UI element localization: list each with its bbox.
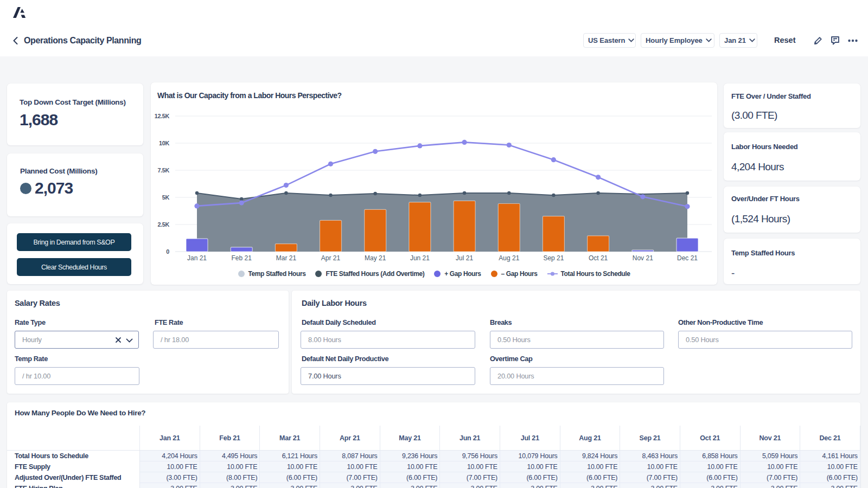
svg-text:May 21: May 21	[365, 254, 386, 262]
svg-text:Aug 21: Aug 21	[499, 254, 519, 262]
svg-text:Mar 21: Mar 21	[276, 254, 297, 262]
svg-text:5K: 5K	[162, 194, 170, 201]
svg-text:Apr 21: Apr 21	[321, 254, 341, 262]
svg-text:Feb 21: Feb 21	[232, 254, 252, 262]
svg-text:Dec 21: Dec 21	[677, 254, 698, 262]
svg-text:7.5K: 7.5K	[157, 167, 169, 174]
svg-text:Jul 21: Jul 21	[456, 254, 473, 262]
svg-text:Jun 21: Jun 21	[410, 254, 430, 262]
svg-text:Nov 21: Nov 21	[633, 254, 653, 262]
svg-text:12.5K: 12.5K	[155, 113, 170, 119]
svg-text:Jan 21: Jan 21	[187, 254, 207, 262]
svg-text:10K: 10K	[159, 140, 169, 146]
svg-text:2.5K: 2.5K	[157, 221, 169, 228]
svg-text:Oct 21: Oct 21	[589, 254, 608, 262]
svg-text:Sep 21: Sep 21	[543, 254, 564, 262]
svg-text:0: 0	[166, 248, 169, 255]
